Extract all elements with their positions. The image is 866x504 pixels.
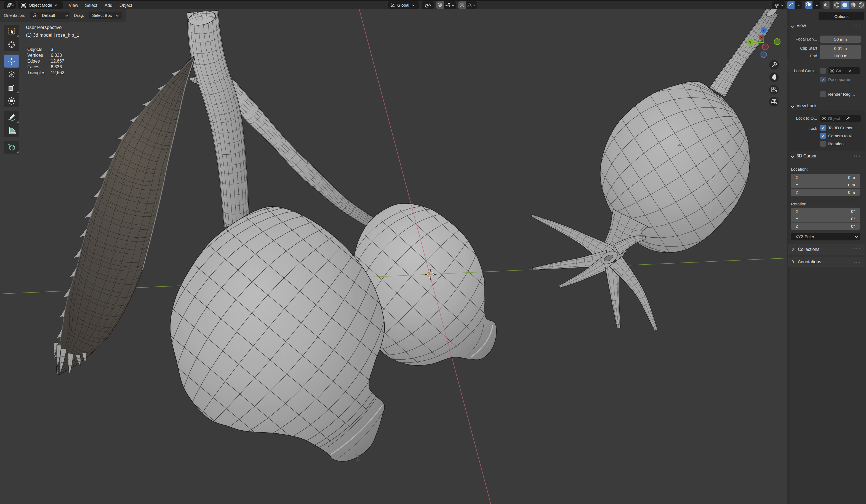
svg-text:Y: Y	[749, 41, 752, 45]
svg-text:X: X	[760, 36, 763, 40]
svg-text:Z: Z	[763, 28, 765, 32]
